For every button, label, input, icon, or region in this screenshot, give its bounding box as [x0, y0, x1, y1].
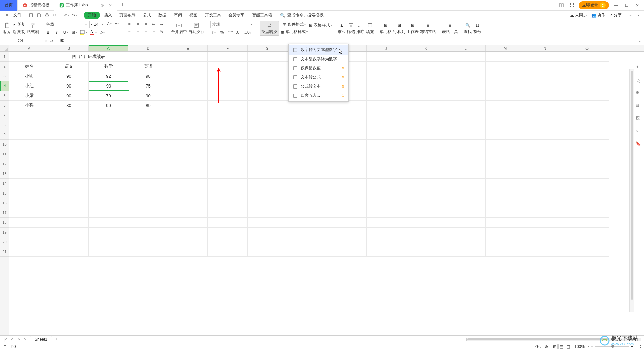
dropdown-item[interactable]: 公式转文本♔ — [289, 82, 348, 91]
cell[interactable] — [446, 198, 486, 208]
cell[interactable] — [89, 208, 128, 218]
cell[interactable]: 小红 — [9, 81, 49, 91]
pagebreak-view-icon[interactable]: ◫ — [565, 344, 571, 349]
cell[interactable] — [446, 247, 486, 257]
cell[interactable] — [128, 228, 168, 237]
cell[interactable] — [49, 169, 89, 179]
cell[interactable] — [128, 218, 168, 228]
apps-icon[interactable] — [568, 1, 576, 9]
cell[interactable] — [406, 247, 446, 257]
cell[interactable] — [89, 140, 128, 149]
align-left-icon[interactable]: ≡ — [126, 29, 133, 35]
row-header[interactable]: 7 — [0, 110, 9, 120]
cell[interactable] — [9, 169, 49, 179]
cell[interactable] — [406, 130, 446, 140]
cell[interactable] — [128, 247, 168, 257]
cell[interactable] — [208, 247, 248, 257]
cell[interactable] — [128, 169, 168, 179]
increase-font-icon[interactable]: A⁺ — [106, 21, 113, 27]
cell[interactable] — [248, 179, 287, 188]
cell[interactable] — [367, 237, 406, 247]
cell[interactable] — [248, 247, 287, 257]
cell[interactable] — [446, 101, 486, 110]
cell[interactable] — [49, 218, 89, 228]
cell[interactable] — [525, 62, 565, 71]
cell[interactable] — [525, 179, 565, 188]
save-icon[interactable] — [35, 12, 43, 19]
align-center-icon[interactable]: ≡ — [134, 29, 141, 35]
cell[interactable] — [248, 110, 287, 120]
cell[interactable] — [327, 247, 367, 257]
cell[interactable] — [406, 140, 446, 149]
cell[interactable] — [49, 228, 89, 237]
sum-button[interactable]: Σ求和 — [338, 22, 346, 35]
cell[interactable] — [168, 159, 208, 169]
cell[interactable] — [406, 228, 446, 237]
cell[interactable] — [406, 237, 446, 247]
vertical-scrollbar[interactable] — [629, 69, 634, 312]
scrollbar-thumb[interactable] — [631, 71, 633, 300]
cell[interactable] — [565, 101, 609, 110]
cell[interactable] — [248, 198, 287, 208]
clear-format-icon[interactable]: ◇▾ — [99, 29, 105, 36]
cell[interactable] — [367, 81, 406, 91]
expand-formula-icon[interactable]: ⌄ — [635, 38, 644, 43]
cell[interactable]: 英语 — [128, 62, 168, 71]
close-button[interactable]: ✕ — [633, 1, 641, 9]
cell[interactable] — [367, 188, 406, 198]
cell[interactable] — [9, 228, 49, 237]
cell[interactable] — [406, 101, 446, 110]
cell[interactable] — [327, 179, 367, 188]
cell[interactable] — [208, 179, 248, 188]
cell[interactable] — [367, 247, 406, 257]
copy-button[interactable]: ⎘复制 — [13, 29, 26, 35]
row-header[interactable]: 17 — [0, 208, 9, 218]
row-header[interactable]: 12 — [0, 159, 9, 169]
format-painter-button[interactable]: 格式刷 — [27, 22, 39, 35]
filter-button[interactable]: 筛选 — [347, 22, 355, 35]
collab-button[interactable]: 👥协作 — [591, 12, 605, 18]
cell[interactable] — [208, 91, 248, 101]
cell[interactable] — [49, 130, 89, 140]
column-header[interactable]: D — [128, 45, 168, 51]
cell[interactable] — [327, 140, 367, 149]
tab-smarttools[interactable]: 智能工具箱 — [249, 11, 275, 20]
cell[interactable] — [89, 218, 128, 228]
increase-decimal-icon[interactable]: .00₊ — [244, 29, 252, 36]
cell[interactable] — [406, 208, 446, 218]
merge-button[interactable]: 合并居中 — [171, 22, 187, 35]
cell[interactable] — [287, 140, 327, 149]
cell[interactable] — [367, 179, 406, 188]
cell[interactable] — [208, 140, 248, 149]
cell[interactable] — [208, 52, 248, 62]
cell[interactable] — [565, 188, 609, 198]
cell[interactable] — [287, 179, 327, 188]
cell[interactable]: 90 — [89, 81, 128, 91]
cell[interactable] — [565, 237, 609, 247]
cell[interactable] — [446, 81, 486, 91]
cell[interactable] — [367, 91, 406, 101]
cell[interactable] — [486, 91, 525, 101]
column-header[interactable]: B — [49, 45, 89, 51]
select-icon[interactable] — [636, 77, 642, 84]
cell[interactable] — [248, 208, 287, 218]
column-header[interactable]: M — [486, 45, 525, 51]
cell[interactable] — [89, 149, 128, 159]
eye-icon[interactable]: 👁▾ — [535, 344, 541, 349]
undo-icon[interactable]: ↶▾ — [63, 12, 70, 19]
row-header[interactable]: 18 — [0, 218, 9, 228]
cell[interactable] — [367, 71, 406, 81]
cell[interactable] — [49, 198, 89, 208]
cell[interactable] — [565, 179, 609, 188]
cell[interactable] — [49, 237, 89, 247]
align-right-icon[interactable]: ≡ — [142, 29, 149, 35]
cell[interactable]: 语文 — [49, 62, 89, 71]
cell[interactable]: 姓名 — [9, 62, 49, 71]
cell[interactable] — [486, 71, 525, 81]
cell[interactable] — [248, 159, 287, 169]
row-header[interactable]: 11 — [0, 149, 9, 159]
tab-menu-icon[interactable]: ⊙ — [101, 3, 104, 8]
cell[interactable] — [287, 188, 327, 198]
cell[interactable] — [128, 140, 168, 149]
cell[interactable]: 数学 — [89, 62, 128, 71]
